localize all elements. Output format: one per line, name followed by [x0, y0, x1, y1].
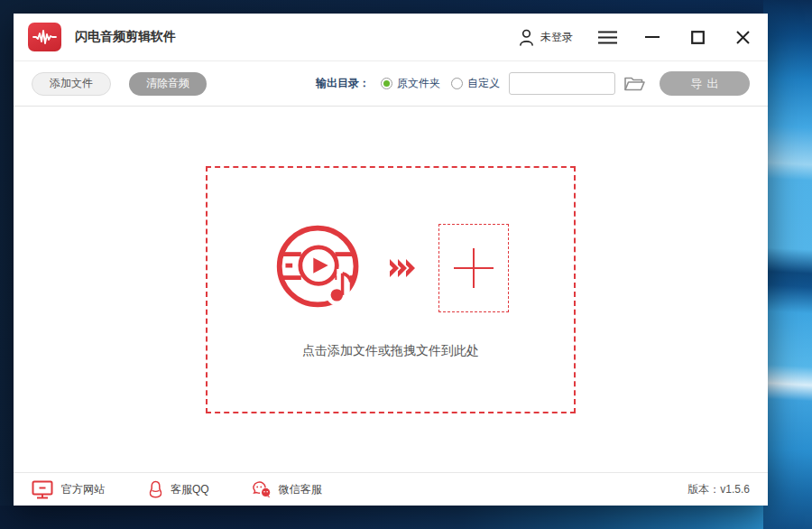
add-files-button[interactable]: 添加文件 — [32, 72, 111, 96]
radio-original-folder-circle — [381, 78, 392, 89]
close-icon — [736, 31, 750, 44]
maximize-icon — [691, 31, 705, 44]
output-directory-label: 输出目录： — [316, 76, 370, 91]
menu-button[interactable] — [596, 26, 618, 48]
login-status-label: 未登录 — [540, 30, 573, 45]
desktop-wallpaper-bottom — [0, 506, 763, 529]
wechat-support-link[interactable]: 微信客服 — [253, 481, 322, 498]
app-window: 闪电音频剪辑软件 未登录 — [14, 14, 768, 506]
minimize-icon — [645, 35, 660, 39]
file-dropzone[interactable]: 点击添加文件或拖拽文件到此处 — [206, 166, 576, 413]
music-disc-play-icon — [272, 220, 368, 316]
official-website-link[interactable]: 官方网站 — [32, 480, 105, 499]
hamburger-menu-icon — [598, 31, 617, 44]
qq-support-label: 客服QQ — [171, 482, 209, 497]
monitor-icon — [32, 480, 54, 499]
maximize-button[interactable] — [687, 26, 708, 48]
open-folder-icon — [623, 75, 645, 92]
minimize-button[interactable] — [641, 26, 663, 48]
plus-icon — [454, 248, 494, 288]
clear-audio-button[interactable]: 清除音频 — [129, 72, 207, 96]
close-button[interactable] — [732, 26, 753, 48]
radio-custom-folder[interactable]: 自定义 — [451, 76, 500, 91]
user-icon — [519, 29, 534, 46]
custom-path-input[interactable] — [509, 72, 615, 95]
browse-folder-button[interactable] — [623, 75, 645, 92]
fast-forward-arrows-icon — [390, 259, 417, 277]
app-logo-waveform-icon — [28, 23, 61, 51]
radio-custom-folder-label: 自定义 — [467, 76, 500, 91]
radio-original-folder[interactable]: 原文件夹 — [381, 76, 440, 91]
wechat-icon — [253, 481, 272, 498]
output-directory-group: 输出目录： 原文件夹 自定义 导出 — [316, 71, 750, 96]
qq-penguin-icon — [148, 480, 163, 498]
export-button[interactable]: 导出 — [660, 71, 750, 96]
dropzone-graphics — [272, 220, 509, 316]
footer: 官方网站 客服QQ 微信客服 版本：v1.5.6 — [14, 472, 768, 506]
version-label: 版本：v1.5.6 — [687, 482, 750, 497]
titlebar-controls: 未登录 — [519, 26, 753, 48]
login-button[interactable]: 未登录 — [519, 29, 573, 46]
desktop-wallpaper-beams — [763, 0, 812, 529]
radio-original-folder-label: 原文件夹 — [397, 76, 440, 91]
app-title: 闪电音频剪辑软件 — [75, 29, 176, 45]
radio-custom-folder-circle — [451, 78, 463, 89]
main-area: 点击添加文件或拖拽文件到此处 — [14, 107, 768, 472]
toolbar: 添加文件 清除音频 输出目录： 原文件夹 自定义 导出 — [14, 61, 768, 107]
titlebar: 闪电音频剪辑软件 未登录 — [14, 14, 768, 61]
dropzone-hint-text: 点击添加文件或拖拽文件到此处 — [302, 343, 479, 359]
wechat-support-label: 微信客服 — [279, 482, 322, 497]
add-file-plus-box[interactable] — [438, 224, 509, 312]
qq-support-link[interactable]: 客服QQ — [148, 480, 209, 498]
official-website-label: 官方网站 — [61, 482, 105, 497]
